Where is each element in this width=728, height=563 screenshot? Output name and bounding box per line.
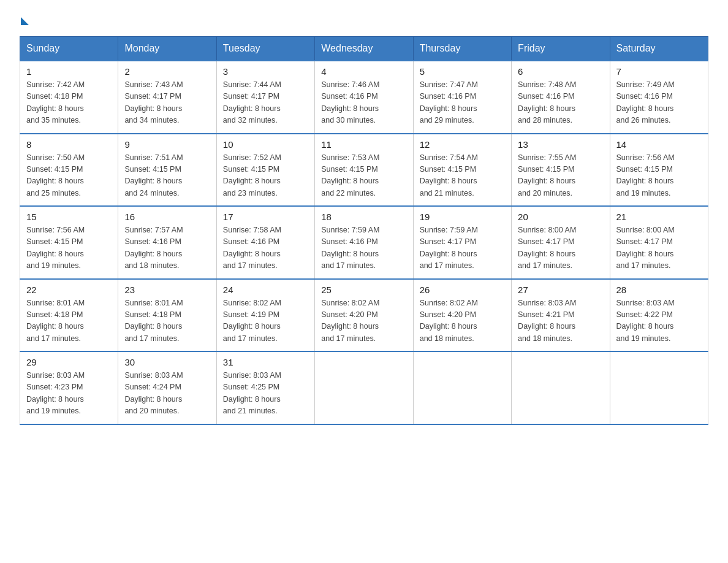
calendar-cell: 5 Sunrise: 7:47 AM Sunset: 4:16 PM Dayli… — [413, 61, 511, 134]
calendar-cell — [512, 351, 610, 424]
calendar-table: SundayMondayTuesdayWednesdayThursdayFrid… — [20, 36, 708, 425]
day-info: Sunrise: 7:51 AM Sunset: 4:15 PM Dayligh… — [124, 152, 210, 200]
calendar-cell — [413, 351, 511, 424]
day-number: 9 — [124, 139, 210, 150]
day-info: Sunrise: 7:44 AM Sunset: 4:17 PM Dayligh… — [223, 79, 308, 127]
day-info: Sunrise: 8:03 AM Sunset: 4:23 PM Dayligh… — [26, 370, 112, 418]
calendar-cell: 2 Sunrise: 7:43 AM Sunset: 4:17 PM Dayli… — [118, 61, 216, 134]
day-number: 28 — [616, 285, 702, 295]
calendar-cell: 7 Sunrise: 7:49 AM Sunset: 4:16 PM Dayli… — [610, 61, 708, 134]
calendar-cell: 21 Sunrise: 8:00 AM Sunset: 4:17 PM Dayl… — [610, 206, 708, 279]
day-number: 8 — [26, 139, 112, 150]
day-info: Sunrise: 8:03 AM Sunset: 4:21 PM Dayligh… — [518, 297, 603, 345]
calendar-week-row: 29 Sunrise: 8:03 AM Sunset: 4:23 PM Dayl… — [20, 351, 708, 424]
day-info: Sunrise: 7:46 AM Sunset: 4:16 PM Dayligh… — [321, 79, 406, 127]
calendar-cell: 8 Sunrise: 7:50 AM Sunset: 4:15 PM Dayli… — [20, 134, 118, 207]
day-info: Sunrise: 8:02 AM Sunset: 4:19 PM Dayligh… — [223, 297, 308, 345]
day-number: 10 — [223, 139, 308, 150]
day-info: Sunrise: 7:56 AM Sunset: 4:15 PM Dayligh… — [26, 224, 112, 272]
day-number: 12 — [420, 139, 505, 150]
day-info: Sunrise: 7:42 AM Sunset: 4:18 PM Dayligh… — [26, 79, 112, 127]
day-number: 14 — [616, 139, 702, 150]
calendar-cell: 16 Sunrise: 7:57 AM Sunset: 4:16 PM Dayl… — [118, 206, 216, 279]
day-info: Sunrise: 7:43 AM Sunset: 4:17 PM Dayligh… — [124, 79, 210, 127]
calendar-cell: 19 Sunrise: 7:59 AM Sunset: 4:17 PM Dayl… — [413, 206, 511, 279]
day-info: Sunrise: 8:03 AM Sunset: 4:25 PM Dayligh… — [223, 370, 308, 418]
day-info: Sunrise: 8:01 AM Sunset: 4:18 PM Dayligh… — [124, 297, 210, 345]
day-info: Sunrise: 8:03 AM Sunset: 4:22 PM Dayligh… — [616, 297, 702, 345]
day-info: Sunrise: 8:00 AM Sunset: 4:17 PM Dayligh… — [616, 224, 702, 272]
day-number: 5 — [420, 66, 505, 77]
day-info: Sunrise: 7:59 AM Sunset: 4:16 PM Dayligh… — [321, 224, 406, 272]
day-number: 31 — [223, 357, 308, 367]
calendar-cell — [610, 351, 708, 424]
day-number: 29 — [26, 357, 112, 367]
day-number: 7 — [616, 66, 702, 77]
col-header-sunday: Sunday — [20, 37, 118, 61]
logo — [20, 15, 30, 25]
calendar-cell — [315, 351, 413, 424]
calendar-cell: 30 Sunrise: 8:03 AM Sunset: 4:24 PM Dayl… — [118, 351, 216, 424]
calendar-cell: 11 Sunrise: 7:53 AM Sunset: 4:15 PM Dayl… — [315, 134, 413, 207]
logo-triangle-icon — [21, 17, 29, 25]
day-info: Sunrise: 8:03 AM Sunset: 4:24 PM Dayligh… — [124, 370, 210, 418]
day-info: Sunrise: 7:58 AM Sunset: 4:16 PM Dayligh… — [223, 224, 308, 272]
col-header-friday: Friday — [512, 37, 610, 61]
day-number: 15 — [26, 212, 112, 222]
calendar-cell: 24 Sunrise: 8:02 AM Sunset: 4:19 PM Dayl… — [216, 279, 314, 352]
calendar-cell: 6 Sunrise: 7:48 AM Sunset: 4:16 PM Dayli… — [512, 61, 610, 134]
calendar-cell: 22 Sunrise: 8:01 AM Sunset: 4:18 PM Dayl… — [20, 279, 118, 352]
day-number: 17 — [223, 212, 308, 222]
calendar-cell: 13 Sunrise: 7:55 AM Sunset: 4:15 PM Dayl… — [512, 134, 610, 207]
col-header-saturday: Saturday — [610, 37, 708, 61]
day-number: 27 — [518, 285, 603, 295]
col-header-thursday: Thursday — [413, 37, 511, 61]
calendar-cell: 15 Sunrise: 7:56 AM Sunset: 4:15 PM Dayl… — [20, 206, 118, 279]
col-header-wednesday: Wednesday — [315, 37, 413, 61]
day-number: 2 — [124, 66, 210, 77]
day-number: 19 — [420, 212, 505, 222]
day-number: 22 — [26, 285, 112, 295]
day-number: 16 — [124, 212, 210, 222]
calendar-cell: 23 Sunrise: 8:01 AM Sunset: 4:18 PM Dayl… — [118, 279, 216, 352]
day-info: Sunrise: 7:54 AM Sunset: 4:15 PM Dayligh… — [420, 152, 505, 200]
calendar-week-row: 22 Sunrise: 8:01 AM Sunset: 4:18 PM Dayl… — [20, 279, 708, 352]
day-info: Sunrise: 8:00 AM Sunset: 4:17 PM Dayligh… — [518, 224, 603, 272]
day-info: Sunrise: 7:49 AM Sunset: 4:16 PM Dayligh… — [616, 79, 702, 127]
page-header — [20, 15, 708, 25]
col-header-monday: Monday — [118, 37, 216, 61]
calendar-cell: 3 Sunrise: 7:44 AM Sunset: 4:17 PM Dayli… — [216, 61, 314, 134]
day-number: 18 — [321, 212, 406, 222]
calendar-cell: 12 Sunrise: 7:54 AM Sunset: 4:15 PM Dayl… — [413, 134, 511, 207]
calendar-cell: 1 Sunrise: 7:42 AM Sunset: 4:18 PM Dayli… — [20, 61, 118, 134]
calendar-cell: 9 Sunrise: 7:51 AM Sunset: 4:15 PM Dayli… — [118, 134, 216, 207]
calendar-cell: 25 Sunrise: 8:02 AM Sunset: 4:20 PM Dayl… — [315, 279, 413, 352]
col-header-tuesday: Tuesday — [216, 37, 314, 61]
calendar-cell: 14 Sunrise: 7:56 AM Sunset: 4:15 PM Dayl… — [610, 134, 708, 207]
calendar-cell: 28 Sunrise: 8:03 AM Sunset: 4:22 PM Dayl… — [610, 279, 708, 352]
day-number: 26 — [420, 285, 505, 295]
day-number: 4 — [321, 66, 406, 77]
day-number: 13 — [518, 139, 603, 150]
day-info: Sunrise: 7:53 AM Sunset: 4:15 PM Dayligh… — [321, 152, 406, 200]
day-info: Sunrise: 7:57 AM Sunset: 4:16 PM Dayligh… — [124, 224, 210, 272]
calendar-cell: 10 Sunrise: 7:52 AM Sunset: 4:15 PM Dayl… — [216, 134, 314, 207]
calendar-week-row: 8 Sunrise: 7:50 AM Sunset: 4:15 PM Dayli… — [20, 134, 708, 207]
day-info: Sunrise: 8:01 AM Sunset: 4:18 PM Dayligh… — [26, 297, 112, 345]
day-number: 1 — [26, 66, 112, 77]
day-info: Sunrise: 7:47 AM Sunset: 4:16 PM Dayligh… — [420, 79, 505, 127]
day-number: 21 — [616, 212, 702, 222]
day-number: 25 — [321, 285, 406, 295]
day-info: Sunrise: 8:02 AM Sunset: 4:20 PM Dayligh… — [321, 297, 406, 345]
calendar-cell: 29 Sunrise: 8:03 AM Sunset: 4:23 PM Dayl… — [20, 351, 118, 424]
day-info: Sunrise: 7:52 AM Sunset: 4:15 PM Dayligh… — [223, 152, 308, 200]
day-info: Sunrise: 7:48 AM Sunset: 4:16 PM Dayligh… — [518, 79, 603, 127]
day-info: Sunrise: 7:56 AM Sunset: 4:15 PM Dayligh… — [616, 152, 702, 200]
day-number: 11 — [321, 139, 406, 150]
day-number: 24 — [223, 285, 308, 295]
day-info: Sunrise: 7:50 AM Sunset: 4:15 PM Dayligh… — [26, 152, 112, 200]
calendar-week-row: 1 Sunrise: 7:42 AM Sunset: 4:18 PM Dayli… — [20, 61, 708, 134]
day-number: 30 — [124, 357, 210, 367]
day-number: 23 — [124, 285, 210, 295]
calendar-cell: 31 Sunrise: 8:03 AM Sunset: 4:25 PM Dayl… — [216, 351, 314, 424]
